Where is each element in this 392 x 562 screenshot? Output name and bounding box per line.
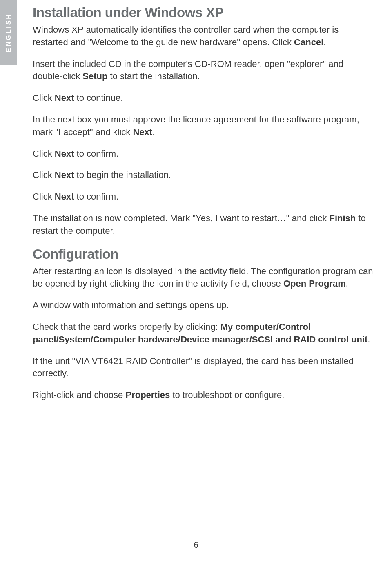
text: Click [33,149,55,159]
text: . [323,37,326,47]
text: to start the installation. [107,71,200,81]
text-bold: Properties [125,390,170,400]
text-bold: Finish [329,213,356,223]
text: Click [33,170,55,180]
text: Check that the card works properly by cl… [33,322,220,332]
heading-installation: Installation under Windows XP [33,5,376,20]
paragraph-12: If the unit "VIA VT6421 RAID Controller"… [33,355,376,380]
paragraph-10: A window with information and settings o… [33,299,376,312]
page-content: Installation under Windows XP Windows XP… [33,4,376,411]
paragraph-9: After restarting an icon is displayed in… [33,265,376,291]
text-bold: Next [55,170,74,180]
text: The installation is now completed. Mark … [33,213,329,223]
text: In the next box you must approve the lic… [33,114,359,137]
text: . [152,127,155,137]
language-label: ENGLISH [4,13,13,53]
text-bold: Next [133,127,152,137]
text: Windows XP automatically identifies the … [33,24,339,47]
paragraph-1: Windows XP automatically identifies the … [33,24,376,49]
text-bold: Next [55,93,74,103]
text-bold: Setup [82,71,107,81]
text: to troubleshoot or configure. [170,390,284,400]
text-bold: Open Program [283,278,346,289]
paragraph-4: In the next box you must approve the lic… [33,113,376,139]
text: Click [33,93,55,103]
text: to confirm. [74,149,118,159]
paragraph-6: Click Next to begin the installation. [33,169,376,182]
text: Click [33,191,55,202]
text: to confirm. [74,191,118,202]
text-bold: Next [55,149,74,159]
paragraph-2: Insert the included CD in the computer's… [33,58,376,83]
text: to begin the installation. [74,170,171,180]
paragraph-8: The installation is now completed. Mark … [33,212,376,238]
language-tab: ENGLISH [0,0,17,65]
paragraph-13: Right-click and choose Properties to tro… [33,389,376,402]
text: Right-click and choose [33,390,125,400]
text: . [368,334,370,344]
text: to continue. [74,93,123,103]
paragraph-5: Click Next to confirm. [33,148,376,160]
text: . [346,278,348,289]
text-bold: Next [55,191,74,202]
paragraph-11: Check that the card works properly by cl… [33,321,376,346]
paragraph-7: Click Next to confirm. [33,191,376,203]
text-bold: Cancel [294,37,323,47]
paragraph-3: Click Next to continue. [33,92,376,104]
heading-configuration: Configuration [33,247,376,262]
page-number: 6 [0,540,392,550]
